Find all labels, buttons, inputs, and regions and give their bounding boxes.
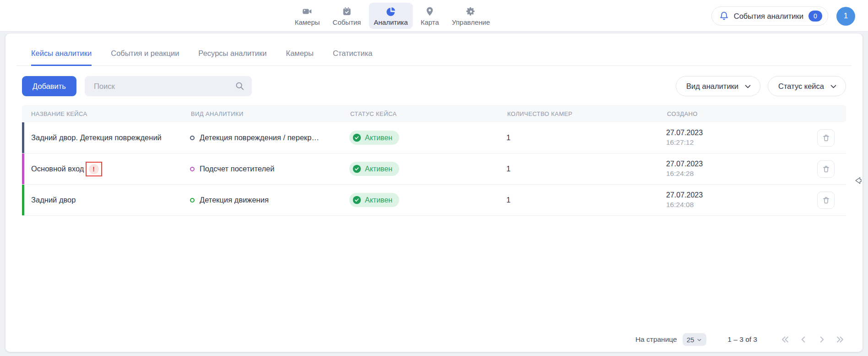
search-icon[interactable] [235, 81, 244, 93]
case-name: Основной вход [31, 164, 84, 173]
first-page-button[interactable] [779, 334, 791, 345]
trash-icon [822, 165, 830, 173]
nav-item-map[interactable]: Карта [416, 3, 444, 29]
analytics-type-filter-label: Вид аналитики [686, 82, 738, 91]
col-header-created: СОЗДАНО [666, 110, 806, 117]
status-label: Активен [365, 134, 392, 142]
cameras-count: 1 [506, 196, 666, 204]
check-circle-icon [353, 196, 361, 204]
analytics-type-filter[interactable]: Вид аналитики [676, 76, 760, 96]
check-circle-icon [353, 133, 361, 142]
analytics-type-dot-icon [190, 167, 195, 171]
filters: Вид аналитики Статус кейса [676, 76, 846, 96]
col-header-status: СТАТУС КЕЙСА [349, 110, 506, 117]
case-color-bar [22, 122, 24, 153]
double-chevron-left-icon [780, 334, 790, 345]
next-page-button[interactable] [816, 334, 828, 345]
prev-page-button[interactable] [797, 334, 809, 345]
last-page-button[interactable] [834, 334, 846, 345]
table-row[interactable]: Основной вход ! Подсчет посетителей Акти… [22, 153, 846, 185]
events-button-label: События аналитики [734, 12, 803, 21]
delete-case-button[interactable] [817, 192, 835, 209]
cameras-count: 1 [506, 133, 666, 142]
created-time: 16:24:08 [666, 201, 806, 209]
analytics-type: Подсчет посетителей [200, 164, 275, 173]
chevron-left-icon [798, 334, 808, 345]
analytics-events-button[interactable]: События аналитики 0 [711, 6, 828, 26]
nav-item-analytics[interactable]: Аналитика [369, 3, 413, 29]
status-label: Активен [365, 196, 392, 204]
col-header-cameras: КОЛИЧЕСТВО КАМЕР [506, 110, 666, 117]
chevron-down-icon [830, 82, 837, 90]
add-button[interactable]: Добавить [22, 76, 76, 96]
pie-chart-icon [385, 6, 396, 17]
created-time: 16:27:12 [666, 138, 806, 147]
analytics-type-dot-icon [190, 136, 195, 140]
bell-icon [719, 11, 729, 21]
created-date: 27.07.2023 [666, 160, 806, 168]
status-label: Активен [365, 165, 392, 173]
chevron-down-icon [696, 337, 702, 343]
tab-events-reactions[interactable]: События и реакции [111, 49, 179, 66]
camera-icon [302, 6, 313, 17]
col-header-type: ВИД АНАЛИТИКИ [190, 110, 349, 117]
nav-label: Камеры [295, 18, 320, 26]
case-status-filter[interactable]: Статус кейса [768, 76, 846, 96]
search-field [85, 76, 252, 96]
case-status-filter-label: Статус кейса [778, 82, 824, 91]
delete-case-button[interactable] [817, 160, 835, 178]
nav-item-cameras[interactable]: Камеры [290, 3, 325, 29]
status-badge: Активен [349, 193, 399, 207]
status-badge: Активен [349, 162, 399, 176]
status-badge: Активен [349, 131, 399, 145]
table-header-row: НАЗВАНИЕ КЕЙСА ВИД АНАЛИТИКИ СТАТУС КЕЙС… [22, 105, 846, 122]
per-page-label: На странице [635, 335, 677, 344]
toolbar: Добавить Вид аналитики Статус кейса [22, 76, 846, 96]
trash-icon [822, 196, 830, 204]
case-name: Задний двор [31, 196, 76, 204]
cases-table: НАЗВАНИЕ КЕЙСА ВИД АНАЛИТИКИ СТАТУС КЕЙС… [22, 105, 846, 216]
double-chevron-right-icon [835, 334, 845, 345]
nav-item-management[interactable]: Управление [447, 3, 495, 29]
tab-analytics-resources[interactable]: Ресурсы аналитики [198, 49, 266, 66]
nav-label: Карта [421, 18, 439, 26]
pagination-bar: На странице 25 1 – 3 of 3 [5, 327, 863, 352]
tab-analytics-cases[interactable]: Кейсы аналитики [31, 49, 92, 66]
top-nav-bar: Камеры События Аналитика Карта Управлени… [0, 0, 868, 32]
col-header-name: НАЗВАНИЕ КЕЙСА [22, 110, 190, 117]
trash-icon [822, 134, 830, 142]
delete-case-button[interactable] [817, 129, 835, 147]
per-page-value: 25 [687, 336, 694, 344]
tab-statistics[interactable]: Статистика [333, 49, 373, 66]
calendar-check-icon [342, 6, 353, 17]
analytics-type: Детекция повреждения / перекр… [200, 133, 319, 142]
tab-bar: Кейсы аналитики События и реакции Ресурс… [16, 33, 852, 66]
per-page-select[interactable]: 25 [683, 333, 707, 346]
main-nav: Камеры События Аналитика Карта Управлени… [290, 3, 495, 29]
page-range-label: 1 – 3 of 3 [727, 335, 757, 344]
analytics-type-dot-icon [190, 198, 195, 203]
table-row[interactable]: Задний двор. Детекция повреждений Детекц… [22, 122, 846, 153]
nav-label: События [333, 18, 361, 26]
search-input[interactable] [85, 76, 252, 96]
mouse-cursor [854, 176, 862, 186]
table-row[interactable]: Задний двор Детекция движения Активен 1 … [22, 185, 846, 216]
chevron-right-icon [817, 334, 827, 345]
chevron-down-icon [744, 82, 752, 90]
created-time: 16:24:28 [666, 170, 806, 178]
map-pin-icon [424, 6, 435, 17]
nav-label: Аналитика [374, 18, 408, 26]
gear-icon [466, 6, 477, 17]
analytics-page: Кейсы аналитики События и реакции Ресурс… [5, 33, 863, 352]
avatar[interactable]: 1 [836, 7, 855, 26]
warning-icon: ! [89, 164, 99, 174]
events-count-badge: 0 [808, 11, 822, 22]
warning-highlight-box: ! [86, 162, 102, 176]
nav-label: Управление [452, 18, 490, 26]
check-circle-icon [353, 164, 361, 173]
cameras-count: 1 [506, 164, 666, 173]
case-color-bar [22, 153, 24, 184]
tab-cameras[interactable]: Камеры [286, 49, 314, 66]
created-date: 27.07.2023 [666, 129, 806, 137]
nav-item-events[interactable]: События [328, 3, 366, 29]
